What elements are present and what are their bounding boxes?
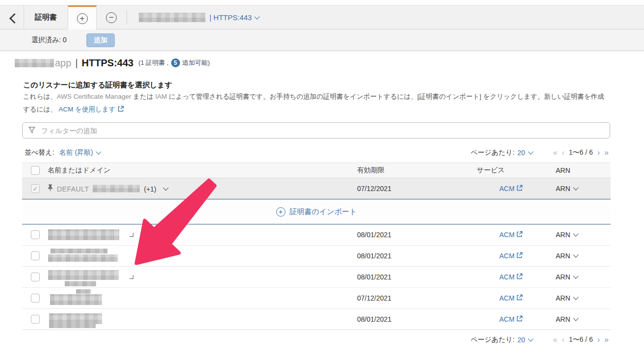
service-label: ACM: [499, 231, 515, 239]
tab-certificates[interactable]: 証明書: [24, 5, 68, 29]
table-row: 08/01/2021 ACM ARN: [22, 309, 611, 330]
acm-service-link[interactable]: ACM: [499, 273, 523, 281]
per-page-label: ページあたり:: [470, 148, 515, 157]
expiry-date: 07/12/2021: [357, 294, 391, 302]
listener-separator: |: [209, 13, 211, 22]
row-checkbox[interactable]: [31, 294, 40, 303]
header-service: サービス: [477, 166, 505, 175]
prev-page-button[interactable]: ‹: [562, 335, 564, 344]
tab-add-certificates[interactable]: +: [68, 5, 97, 30]
external-link-icon: [516, 252, 523, 260]
per-page-dropdown[interactable]: 20: [517, 149, 533, 157]
tab-certificates-label: 証明書: [35, 13, 57, 22]
per-page-value: 20: [517, 336, 525, 344]
last-page-button[interactable]: »: [604, 335, 609, 344]
redacted-certificate-name: [65, 281, 96, 286]
row-checkbox[interactable]: [31, 315, 40, 324]
certificates-table: 名前またはドメイン 有効期限 サービス ARN DEFAULT (+1) 07/…: [22, 163, 611, 330]
arn-dropdown[interactable]: ARN: [556, 294, 578, 302]
title-listener: HTTPS:443: [82, 57, 134, 69]
listener-selector[interactable]: | HTTPS:443: [139, 5, 259, 29]
pagination-top: ページあたり: 20 « ‹ 1〜6 / 6 › »: [470, 147, 609, 158]
back-button[interactable]: [8, 12, 20, 24]
pagination-bottom: ページあたり: 20 « ‹ 1〜6 / 6 › »: [470, 334, 609, 345]
redacted-certificate-name: [93, 185, 140, 193]
arn-dropdown[interactable]: ARN: [556, 231, 578, 239]
chevron-down-icon: [573, 315, 578, 321]
arn-label: ARN: [556, 231, 570, 239]
certificate-counts: (1 証明書 , 5 追加可能): [138, 58, 210, 67]
service-label: ACM: [499, 252, 515, 260]
page-title: app | HTTPS:443 (1 証明書 , 5 追加可能): [15, 56, 210, 70]
arn-dropdown[interactable]: ARN: [556, 252, 578, 260]
redacted-loadbalancer-name: [139, 13, 206, 22]
tab-remove-certificates[interactable]: −: [97, 5, 126, 29]
acm-service-link[interactable]: ACM: [499, 294, 523, 302]
import-certificate-label: 証明書のインポート: [290, 207, 357, 217]
cert-count-suffix: 追加可能): [182, 58, 210, 67]
listener-label: HTTPS:443: [213, 13, 252, 22]
acm-service-link[interactable]: ACM: [499, 231, 523, 239]
expand-chevron-icon[interactable]: [129, 275, 133, 279]
row-checkbox[interactable]: [31, 273, 40, 281]
page-range: 1〜6 / 6: [569, 148, 593, 157]
next-page-button[interactable]: ›: [597, 148, 600, 157]
next-page-button[interactable]: ›: [597, 335, 600, 344]
page-range: 1〜6 / 6: [569, 335, 593, 344]
expiry-date: 08/01/2021: [357, 273, 391, 281]
description-text: これらは、: [23, 93, 57, 100]
first-page-button[interactable]: «: [553, 335, 558, 344]
arn-dropdown[interactable]: ARN: [556, 315, 578, 323]
last-page-button[interactable]: »: [604, 148, 609, 157]
tab-bar: 証明書 + − | HTTPS:443: [0, 5, 644, 29]
redacted-certificate-name: [48, 229, 119, 240]
first-page-button[interactable]: «: [553, 148, 558, 157]
arn-label: ARN: [556, 315, 570, 323]
per-page-control: ページあたり: 20: [470, 148, 532, 157]
table-row: 07/12/2021 ACM ARN: [22, 288, 611, 309]
chevron-down-icon: [573, 273, 578, 278]
filter-bar[interactable]: [22, 122, 610, 138]
tabbar-divider: [127, 11, 127, 25]
per-page-dropdown[interactable]: 20: [517, 336, 533, 344]
chevron-down-icon: [573, 294, 578, 300]
import-certificate-button[interactable]: + 証明書のインポート: [22, 199, 611, 224]
section-heading: このリスナーに追加する証明書を選択します: [23, 81, 172, 90]
external-link-icon: [516, 315, 523, 323]
redacted-certificate-name: [76, 289, 91, 294]
table-header: 名前またはドメイン 有効期限 サービス ARN: [22, 163, 611, 178]
add-button[interactable]: 追加: [86, 33, 115, 47]
default-label: DEFAULT: [57, 185, 89, 193]
sort-value-dropdown[interactable]: 名前 (昇順): [59, 148, 101, 157]
section-description: これらは、AWS Certificate Manager または IAM によっ…: [23, 90, 611, 116]
expand-chevron-icon[interactable]: [163, 185, 168, 190]
acm-service-link[interactable]: ACM: [499, 252, 523, 260]
chevron-down-icon: [528, 149, 533, 154]
acm-service-link[interactable]: ACM: [499, 315, 523, 323]
acm-service-link[interactable]: ACM: [499, 185, 523, 193]
row-checkbox[interactable]: [31, 230, 40, 239]
selection-toolbar: 選択済み: 0 追加: [0, 29, 644, 51]
chevron-down-icon: [573, 185, 578, 190]
acm-link[interactable]: ACM を使用します: [59, 106, 116, 113]
row-checkbox[interactable]: [31, 251, 40, 260]
listener-dropdown[interactable]: | HTTPS:443: [209, 13, 259, 22]
redacted-certificate-name: [49, 313, 102, 324]
description-text: または: [131, 93, 155, 100]
pin-icon: [48, 184, 53, 193]
external-link-icon: [516, 294, 523, 302]
circle-minus-icon: −: [106, 12, 117, 23]
chevron-left-icon: [9, 13, 20, 24]
prev-page-button[interactable]: ‹: [562, 148, 564, 157]
service-label: ACM: [499, 294, 515, 302]
header-arn: ARN: [556, 166, 570, 174]
select-all-checkbox[interactable]: [31, 166, 40, 175]
filter-input[interactable]: [40, 126, 610, 135]
expand-chevron-icon[interactable]: [129, 233, 133, 237]
arn-dropdown[interactable]: ARN: [556, 185, 578, 193]
arn-dropdown[interactable]: ARN: [556, 273, 578, 281]
default-row-checkbox: [31, 184, 40, 193]
acm-product-name: AWS Certificate Manager: [57, 93, 131, 100]
extra-domains-count: (+1): [144, 185, 156, 193]
chevron-down-icon: [573, 252, 578, 257]
